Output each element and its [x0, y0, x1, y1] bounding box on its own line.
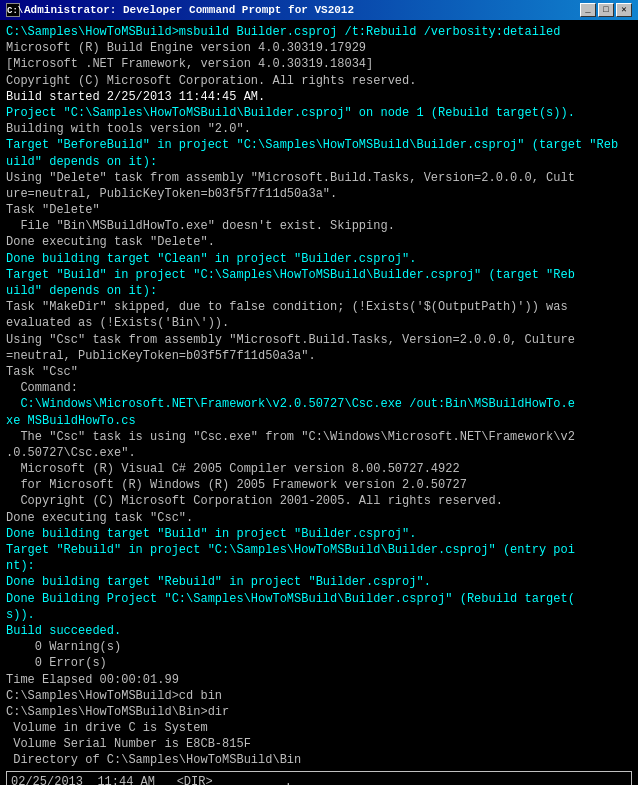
window: C:\ Administrator: Developer Command Pro… [0, 0, 638, 785]
close-button[interactable]: ✕ [616, 3, 632, 17]
terminal-line: C:\Samples\HowToMSBuild>cd bin [6, 688, 632, 704]
terminal-line: Target "Rebuild" in project "C:\Samples\… [6, 542, 632, 558]
terminal-line: Build succeeded. [6, 623, 632, 639]
title-bar: C:\ Administrator: Developer Command Pro… [0, 0, 638, 20]
terminal: C:\Samples\HowToMSBuild>msbuild Builder.… [0, 20, 638, 785]
title-bar-controls: _ □ ✕ [580, 3, 632, 17]
title-bar-left: C:\ Administrator: Developer Command Pro… [6, 3, 354, 17]
terminal-line: Time Elapsed 00:00:01.99 [6, 672, 632, 688]
terminal-line: Task "Delete" [6, 202, 632, 218]
terminal-line: Directory of C:\Samples\HowToMSBuild\Bin [6, 752, 632, 768]
terminal-line: nt): [6, 558, 632, 574]
terminal-line: Using "Delete" task from assembly "Micro… [6, 170, 632, 186]
terminal-line: File "Bin\MSBuildHowTo.exe" doesn't exis… [6, 218, 632, 234]
terminal-line: Copyright (C) Microsoft Corporation 2001… [6, 493, 632, 509]
window-title: Administrator: Developer Command Prompt … [24, 4, 354, 16]
terminal-line: s)). [6, 607, 632, 623]
terminal-line: evaluated as (!Exists('Bin\')). [6, 315, 632, 331]
terminal-line: Task "MakeDir" skipped, due to false con… [6, 299, 632, 315]
terminal-line: Done building target "Build" in project … [6, 526, 632, 542]
terminal-line: Volume Serial Number is E8CB-815F [6, 736, 632, 752]
maximize-button[interactable]: □ [598, 3, 614, 17]
terminal-line: [Microsoft .NET Framework, version 4.0.3… [6, 56, 632, 72]
dir-listing-box: 02/25/2013 11:44 AM <DIR> .02/25/2013 11… [6, 771, 632, 785]
terminal-line: 0 Error(s) [6, 655, 632, 671]
terminal-line: Done building target "Clean" in project … [6, 251, 632, 267]
dir-entry: 02/25/2013 11:44 AM <DIR> . [11, 774, 627, 785]
terminal-line: uild" depends on it): [6, 283, 632, 299]
terminal-line: Done building target "Rebuild" in projec… [6, 574, 632, 590]
terminal-line: .0.50727\Csc.exe". [6, 445, 632, 461]
minimize-button[interactable]: _ [580, 3, 596, 17]
terminal-line: The "Csc" task is using "Csc.exe" from "… [6, 429, 632, 445]
terminal-line: Target "Build" in project "C:\Samples\Ho… [6, 267, 632, 283]
terminal-line: ure=neutral, PublicKeyToken=b03f5f7f11d5… [6, 186, 632, 202]
terminal-line: Copyright (C) Microsoft Corporation. All… [6, 73, 632, 89]
terminal-line: Done Building Project "C:\Samples\HowToM… [6, 591, 632, 607]
terminal-line: uild" depends on it): [6, 154, 632, 170]
terminal-line: 0 Warning(s) [6, 639, 632, 655]
terminal-line: Command: [6, 380, 632, 396]
terminal-line: Using "Csc" task from assembly "Microsof… [6, 332, 632, 348]
terminal-line: C:\Windows\Microsoft.NET\Framework\v2.0.… [6, 396, 632, 412]
terminal-line: Building with tools version "2.0". [6, 121, 632, 137]
terminal-line: Task "Csc" [6, 364, 632, 380]
terminal-line: =neutral, PublicKeyToken=b03f5f7f11d50a3… [6, 348, 632, 364]
terminal-line: Done executing task "Delete". [6, 234, 632, 250]
terminal-line: Build started 2/25/2013 11:44:45 AM. [6, 89, 632, 105]
terminal-line: Microsoft (R) Visual C# 2005 Compiler ve… [6, 461, 632, 477]
terminal-line: C:\Samples\HowToMSBuild\Bin>dir [6, 704, 632, 720]
terminal-line: C:\Samples\HowToMSBuild>msbuild Builder.… [6, 24, 632, 40]
terminal-line: xe MSBuildHowTo.cs [6, 413, 632, 429]
window-icon: C:\ [6, 3, 20, 17]
terminal-line: Project "C:\Samples\HowToMSBuild\Builder… [6, 105, 632, 121]
terminal-line: Volume in drive C is System [6, 720, 632, 736]
terminal-line: for Microsoft (R) Windows (R) 2005 Frame… [6, 477, 632, 493]
terminal-line: Done executing task "Csc". [6, 510, 632, 526]
terminal-line: Target "BeforeBuild" in project "C:\Samp… [6, 137, 632, 153]
terminal-line: Microsoft (R) Build Engine version 4.0.3… [6, 40, 632, 56]
